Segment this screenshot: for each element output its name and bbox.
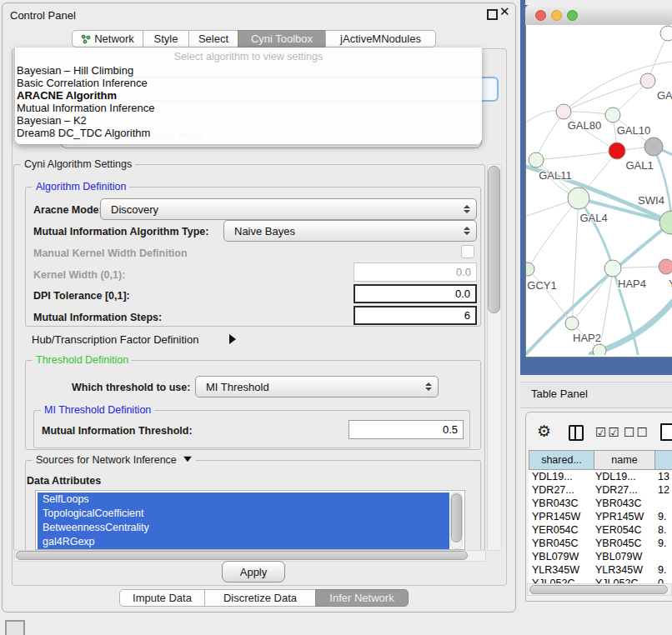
threshold-definition-title: Threshold Definition [33,354,132,366]
attribute-item[interactable]: TopologicalCoefficient [38,507,449,521]
bottom-tab-discretize-data[interactable]: Discretize Data [204,589,316,607]
float-panel-icon[interactable] [487,9,498,20]
data-attributes-list[interactable]: SelfLoopsTopologicalCoefficientBetweenne… [35,490,465,550]
mi-type-combo[interactable]: Naive Bayes [223,220,477,242]
network-node-gal11[interactable] [529,152,544,168]
table-cell: YBR043C [532,498,579,509]
mi-threshold-field[interactable]: 0.5 [349,420,464,439]
tab-jactivemnodules[interactable]: jActiveMNodules [325,30,436,48]
table-cell: 9. [658,538,666,549]
bottom-tabs: Impute DataDiscretize DataInfer Network [119,589,409,608]
algorithm-option[interactable]: Bayesian – K2 [17,114,480,127]
table-cell: YBL079W [595,551,642,562]
table-hscrollbar-thumb[interactable] [529,585,668,594]
file-icon[interactable] [660,423,672,441]
table-row[interactable]: YBL079WYBL079W [529,550,672,563]
stepper-icon [464,205,470,213]
mi-steps-field[interactable]: 6 [354,306,477,325]
network-window-titlebar[interactable] [525,5,672,26]
tab-network[interactable]: Network [72,30,143,48]
table-header-name[interactable]: name [594,450,655,470]
apply-button[interactable]: Apply [222,561,285,582]
table-cell: YBL079W [532,551,579,562]
tab-style[interactable]: Style [143,30,189,48]
which-threshold-label: Which threshold to use: [72,382,190,393]
table-header-shared[interactable]: shared... [529,450,594,470]
network-node-gal1[interactable] [609,142,625,159]
table-cell: YDL19... [532,471,573,482]
tab-select[interactable]: Select [188,30,238,48]
algorithm-option[interactable]: Basic Correlation Inference [17,77,480,89]
aracne-mode-label: Aracne Mode: [33,204,103,216]
hub-definition-toggle[interactable]: Hub/Transcription Factor Definition [32,333,198,346]
table-row[interactable]: YER054CYER054C8. [529,523,672,537]
network-node-y[interactable] [659,259,672,274]
network-node[interactable] [644,138,663,156]
network-node[interactable] [660,26,672,41]
network-node-gal10[interactable] [605,108,620,122]
network-node[interactable] [593,344,606,355]
dpi-tolerance-field[interactable]: 0.0 [354,284,477,303]
attributes-scrollbar-track[interactable] [450,492,463,549]
close-traffic-light[interactable] [535,10,546,21]
dpi-tolerance-label: DPI Tolerance [0,1]: [33,290,130,302]
table-panel-title: Table Panel [531,388,588,400]
table-cell: YLR345W [532,564,579,576]
gear-icon[interactable]: ⚙ [537,422,551,440]
columns-icon[interactable] [569,425,584,441]
bottom-tab-infer-network[interactable]: Infer Network [315,589,409,607]
collapse-arrow-icon[interactable] [184,457,193,462]
network-icon [81,34,91,44]
network-node-label: GAL4 [579,212,607,224]
select-all-icon[interactable]: ☑☑ [595,425,621,440]
attribute-item[interactable]: SelfLoops [38,492,449,507]
network-node-gal[interactable] [640,73,655,88]
attribute-item[interactable]: BetweennessCentrality [38,521,449,535]
algorithm-option[interactable]: Bayesian – Hill Climbing [17,64,480,77]
table-cell: YBR045C [595,538,642,549]
table-header-partial[interactable] [654,450,672,470]
table-row[interactable]: YDR27...YDR27...12 [529,483,672,497]
close-panel-icon[interactable]: ✕ [499,4,510,19]
table-row[interactable]: YBR043CYBR043C [529,497,672,510]
table-row[interactable]: YPR145WYPR145W9. [529,510,672,523]
table-cell: YBR043C [595,498,642,509]
minimize-traffic-light[interactable] [551,10,562,21]
zoom-traffic-light[interactable] [567,10,578,21]
mi-type-label: Mutual Information Algorithm Type: [33,226,208,238]
minimized-panel-icon[interactable] [5,620,25,635]
table-row[interactable]: YLR345WYLR345W9. [529,563,672,577]
settings-vscrollbar-thumb[interactable] [488,166,500,313]
deselect-all-icon[interactable]: ☐☐ [624,425,649,440]
network-node-gal80[interactable] [556,104,571,119]
algorithm-option[interactable]: ARACNE Algorithm [17,89,480,102]
network-node-hap4[interactable] [604,260,621,277]
aracne-mode-combo[interactable]: Discovery [100,198,477,220]
kernel-width-field[interactable]: 0.0 [354,262,477,282]
tab-label: Select [198,32,228,45]
table-row[interactable]: YBR045CYBR045C9. [529,537,672,550]
attribute-item[interactable]: gal4RGexp [38,535,449,549]
manual-kernel-checkbox[interactable] [461,245,474,258]
bottom-tab-impute-data[interactable]: Impute Data [119,589,205,607]
screen: GALGAL80GAL10GAL1GAL11GAL4SWI4HAP4YGCY1H… [0,0,672,635]
expand-arrow-icon[interactable] [229,334,236,344]
network-node-label: Y [669,278,672,290]
tab-cyni-toolbox[interactable]: Cyni Toolbox [238,30,326,48]
network-canvas[interactable]: GALGAL80GAL10GAL1GAL11GAL4SWI4HAP4YGCY1H… [526,25,672,355]
dpi-tolerance-value: 0.0 [455,288,470,300]
settings-hscrollbar-thumb[interactable] [16,551,468,560]
which-threshold-combo[interactable]: MI Threshold [195,376,439,398]
algorithm-option[interactable]: Mutual Information Inference [17,102,480,114]
table-row[interactable]: YDL19...YDL19...13 [529,470,672,483]
sources-group-title: Sources for Network Inference [33,454,196,466]
manual-kernel-label: Manual Kernel Width Definition [33,248,188,259]
aracne-mode-value: Discovery [111,203,158,216]
algorithm-option[interactable]: Dream8 DC_TDC Algorithm [17,127,480,139]
attributes-scrollbar-thumb[interactable] [451,493,462,542]
table-cell: 13 [658,471,669,482]
network-node-gal4[interactable] [568,188,589,209]
network-node-label: HAP4 [618,278,646,290]
tab-label: Style [154,32,178,45]
network-node-hap2[interactable] [565,317,579,330]
